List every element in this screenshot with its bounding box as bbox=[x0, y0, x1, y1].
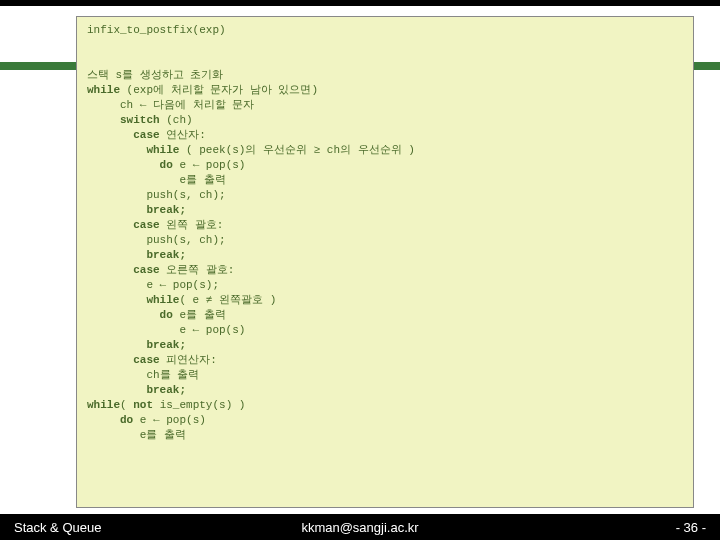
code-text: 연산자: bbox=[160, 129, 206, 141]
keyword-case: case bbox=[87, 219, 160, 231]
code-line: push(s, ch); bbox=[87, 189, 226, 201]
keyword-not: not bbox=[133, 399, 153, 411]
footer-center: kkman@sangji.ac.kr bbox=[0, 520, 720, 535]
code-line: e를 출력 bbox=[87, 429, 186, 441]
keyword-case: case bbox=[87, 129, 160, 141]
keyword-do: do bbox=[87, 414, 133, 426]
code-text: (exp에 처리할 문자가 남아 있으면) bbox=[120, 84, 318, 96]
keyword-break: break; bbox=[87, 204, 186, 216]
code-text: ( e ≠ 왼쪽괄호 ) bbox=[179, 294, 276, 306]
code-line: e ← pop(s); bbox=[87, 279, 219, 291]
code-line: 스택 s를 생성하고 초기화 bbox=[87, 69, 223, 81]
code-text: e ← pop(s) bbox=[133, 414, 206, 426]
code-text: ( bbox=[120, 399, 133, 411]
footer: Stack & Queue kkman@sangji.ac.kr - 36 - bbox=[0, 514, 720, 540]
slide: infix_to_postfix(exp) 스택 s를 생성하고 초기화 whi… bbox=[0, 0, 720, 540]
code-text: 오른쪽 괄호: bbox=[160, 264, 235, 276]
keyword-break: break; bbox=[87, 339, 186, 351]
keyword-while: while bbox=[87, 294, 179, 306]
code-line: e를 출력 bbox=[87, 174, 226, 186]
keyword-do: do bbox=[87, 309, 173, 321]
code-line: push(s, ch); bbox=[87, 234, 226, 246]
code-line: e ← pop(s) bbox=[87, 324, 245, 336]
code-line: ch를 출력 bbox=[87, 369, 199, 381]
keyword-while: while bbox=[87, 84, 120, 96]
code-text: 왼쪽 괄호: bbox=[160, 219, 224, 231]
code-text: (ch) bbox=[160, 114, 193, 126]
footer-page-number: - 36 - bbox=[676, 520, 706, 535]
keyword-switch: switch bbox=[87, 114, 160, 126]
keyword-break: break; bbox=[87, 249, 186, 261]
code-text: e ← pop(s) bbox=[173, 159, 246, 171]
keyword-case: case bbox=[87, 354, 160, 366]
keyword-while: while bbox=[87, 144, 179, 156]
keyword-break: break; bbox=[87, 384, 186, 396]
keyword-do: do bbox=[87, 159, 173, 171]
code-box: infix_to_postfix(exp) 스택 s를 생성하고 초기화 whi… bbox=[76, 16, 694, 508]
keyword-while: while bbox=[87, 399, 120, 411]
code-line: ch ← 다음에 처리할 문자 bbox=[87, 99, 254, 111]
code-text: ( peek(s)의 우선순위 ≥ ch의 우선순위 ) bbox=[179, 144, 414, 156]
code-block: infix_to_postfix(exp) 스택 s를 생성하고 초기화 whi… bbox=[87, 23, 693, 443]
keyword-case: case bbox=[87, 264, 160, 276]
code-text: 피연산자: bbox=[160, 354, 217, 366]
code-line: infix_to_postfix(exp) bbox=[87, 24, 226, 36]
code-text: is_empty(s) ) bbox=[153, 399, 245, 411]
code-text: e를 출력 bbox=[173, 309, 226, 321]
top-black-bar bbox=[0, 0, 720, 6]
